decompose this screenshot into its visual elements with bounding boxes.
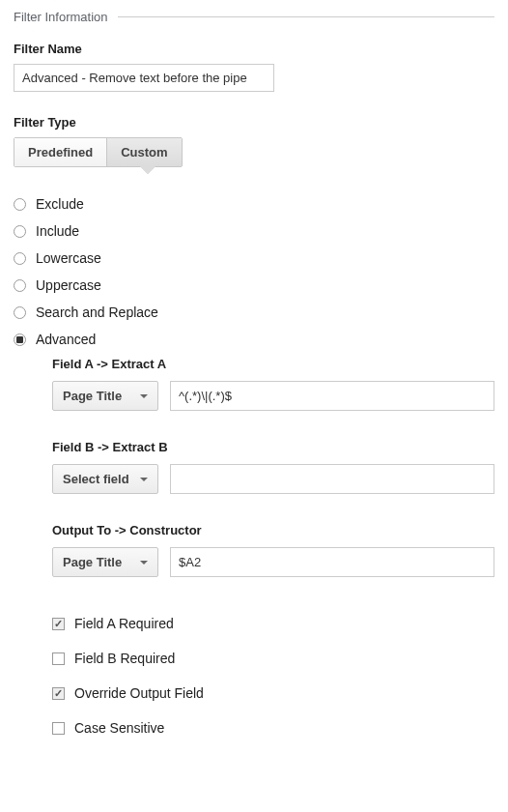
checkbox-override-label: Override Output Field: [74, 685, 204, 701]
field-b-block: Field B -> Extract B Select field: [52, 440, 494, 494]
field-b-select[interactable]: Select field: [52, 464, 158, 494]
checkbox-field-a-required-label: Field A Required: [74, 616, 174, 631]
radio-exclude-label: Exclude: [36, 196, 84, 212]
output-select[interactable]: Page Title: [52, 547, 158, 577]
radio-icon: [14, 334, 26, 346]
checkbox-icon: [52, 618, 65, 630]
field-b-title: Field B -> Extract B: [52, 440, 494, 454]
radio-advanced[interactable]: Advanced: [14, 326, 494, 353]
radio-lowercase-label: Lowercase: [36, 250, 101, 266]
predefined-button[interactable]: Predefined: [14, 138, 106, 166]
checkbox-case-sensitive-label: Case Sensitive: [74, 720, 164, 736]
chevron-down-icon: [140, 394, 148, 398]
checkbox-icon: [52, 722, 65, 735]
filter-name-input[interactable]: [14, 64, 274, 92]
filter-mode-radios: Exclude Include Lowercase Uppercase Sear…: [14, 190, 494, 745]
divider-line: [118, 16, 494, 17]
output-select-label: Page Title: [63, 555, 122, 569]
field-a-select[interactable]: Page Title: [52, 381, 158, 411]
field-b-regex-input[interactable]: [170, 464, 494, 494]
radio-lowercase[interactable]: Lowercase: [14, 245, 494, 272]
advanced-fields: Field A -> Extract A Page Title Field B …: [52, 357, 494, 745]
field-a-block: Field A -> Extract A Page Title: [52, 357, 494, 411]
checkbox-field-a-required[interactable]: Field A Required: [52, 606, 494, 641]
checkbox-case-sensitive[interactable]: Case Sensitive: [52, 710, 494, 745]
chevron-down-icon: [140, 478, 148, 481]
radio-include[interactable]: Include: [14, 218, 494, 245]
radio-include-label: Include: [36, 223, 79, 239]
radio-uppercase-label: Uppercase: [36, 277, 101, 293]
radio-icon: [14, 306, 26, 319]
checkbox-override-output[interactable]: Override Output Field: [52, 676, 494, 710]
section-header: Filter Information: [14, 10, 494, 24]
chevron-down-icon: [140, 561, 148, 565]
radio-advanced-label: Advanced: [36, 332, 96, 347]
checkbox-field-b-required[interactable]: Field B Required: [52, 641, 494, 676]
radio-icon: [14, 252, 26, 265]
custom-button[interactable]: Custom: [106, 138, 181, 166]
radio-uppercase[interactable]: Uppercase: [14, 272, 494, 299]
output-title: Output To -> Constructor: [52, 523, 494, 537]
field-a-regex-input[interactable]: [170, 381, 494, 411]
radio-icon: [14, 225, 26, 238]
checkbox-field-b-required-label: Field B Required: [74, 651, 175, 666]
toggle-pointer-icon: [140, 166, 155, 174]
output-value-input[interactable]: [170, 547, 494, 577]
advanced-checkbox-list: Field A Required Field B Required Overri…: [52, 606, 494, 745]
filter-type-label: Filter Type: [14, 115, 494, 130]
field-a-select-label: Page Title: [63, 389, 122, 403]
radio-search-replace[interactable]: Search and Replace: [14, 299, 494, 326]
radio-icon: [14, 279, 26, 292]
filter-type-toggle: Predefined Custom: [14, 137, 183, 167]
radio-exclude[interactable]: Exclude: [14, 190, 494, 218]
section-title: Filter Information: [14, 10, 108, 24]
filter-name-label: Filter Name: [14, 42, 494, 56]
field-b-select-label: Select field: [63, 472, 129, 486]
field-a-title: Field A -> Extract A: [52, 357, 494, 371]
radio-icon: [14, 198, 26, 211]
output-block: Output To -> Constructor Page Title: [52, 523, 494, 577]
checkbox-icon: [52, 652, 65, 665]
radio-search-replace-label: Search and Replace: [36, 304, 158, 320]
checkbox-icon: [52, 687, 65, 700]
